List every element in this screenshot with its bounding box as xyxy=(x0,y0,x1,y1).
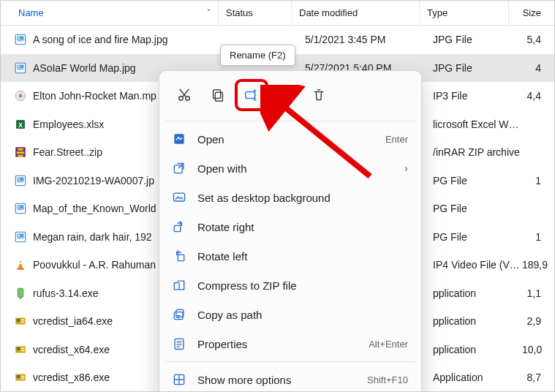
svg-rect-37 xyxy=(17,375,20,378)
svg-point-2 xyxy=(18,37,20,39)
file-icon xyxy=(14,174,27,187)
svg-rect-30 xyxy=(21,320,25,321)
ctx-open-with[interactable]: Open with› xyxy=(159,154,421,183)
file-name: Poovukkul - A.R. Rahuman xyxy=(33,259,156,271)
ctx-rotate-left[interactable]: Rotate left xyxy=(159,241,421,271)
file-icon xyxy=(14,89,27,102)
file-icon: X xyxy=(14,118,27,131)
ctx-open[interactable]: OpenEnter xyxy=(159,124,421,154)
ctx-label: Set as desktop background xyxy=(197,192,408,204)
file-size: 1,1 xyxy=(522,287,554,299)
svg-point-20 xyxy=(18,206,20,208)
ctx-properties[interactable]: PropertiesAlt+Enter xyxy=(159,329,421,358)
col-date[interactable]: Date modified xyxy=(292,1,420,25)
file-size: 2,9 xyxy=(522,315,554,327)
file-type: PG File xyxy=(433,203,522,214)
ctx-label: Copy as path xyxy=(197,309,408,321)
delete-button[interactable] xyxy=(304,81,333,109)
svg-rect-14 xyxy=(18,155,23,157)
copy-icon xyxy=(210,87,226,103)
file-type: JPG File xyxy=(433,34,522,45)
file-name: IMG-20210219-WA0007.jp xyxy=(33,175,154,186)
ctx-more-accel: Shift+F10 xyxy=(367,374,408,385)
file-type: PG File xyxy=(433,231,522,243)
file-icon xyxy=(14,371,27,384)
file-icon xyxy=(14,61,27,75)
file-size: 10,0 xyxy=(522,344,555,355)
col-type-label: Type xyxy=(427,7,448,18)
context-menu: OpenEnterOpen with›Set as desktop backgr… xyxy=(159,70,422,392)
col-size[interactable]: Size xyxy=(509,1,554,25)
col-type[interactable]: Type xyxy=(420,1,509,25)
file-name: rufus-3.14.exe xyxy=(33,287,99,299)
svg-rect-38 xyxy=(21,376,25,377)
ctx-set-bg[interactable]: Set as desktop background xyxy=(159,183,421,212)
svg-rect-48 xyxy=(174,225,180,231)
ctx-label: Open with xyxy=(197,162,394,175)
svg-point-8 xyxy=(20,96,21,97)
svg-rect-34 xyxy=(21,348,25,350)
context-divider-2 xyxy=(165,361,415,362)
ctx-rotate-right[interactable]: Rotate right xyxy=(159,212,421,241)
svg-rect-31 xyxy=(21,322,25,323)
file-icon xyxy=(14,258,27,271)
file-size: 4 xyxy=(522,62,554,74)
file-name: vcredist_ia64.exe xyxy=(33,315,113,327)
file-icon xyxy=(14,202,27,215)
file-icon xyxy=(14,146,27,159)
context-toolbar xyxy=(159,77,421,118)
svg-rect-39 xyxy=(21,378,25,380)
rename-icon xyxy=(243,87,260,103)
file-name: Elton John-Rocket Man.mp xyxy=(33,90,156,102)
ctx-label: Compress to ZIP file xyxy=(197,279,408,292)
share-icon xyxy=(277,87,293,103)
cut-button[interactable] xyxy=(170,81,199,109)
context-divider xyxy=(165,121,415,121)
svg-rect-42 xyxy=(215,92,222,101)
copypath-icon xyxy=(171,306,187,323)
tooltip-text: Rename (F2) xyxy=(230,50,286,61)
file-name: A song of ice and fire Map.jpg xyxy=(33,34,167,45)
file-size: 8,7 xyxy=(522,372,554,383)
ctx-show-more[interactable]: Show more options Shift+F10 xyxy=(159,365,421,392)
share-button[interactable] xyxy=(271,81,300,109)
file-name: vcredist_x64.exe xyxy=(33,344,110,355)
ctx-copy-path[interactable]: Copy as path xyxy=(159,300,421,329)
ctx-accel: Enter xyxy=(385,134,408,145)
file-icon xyxy=(14,314,27,328)
svg-rect-27 xyxy=(20,297,22,298)
file-size: 4,4 xyxy=(522,90,554,102)
svg-rect-26 xyxy=(18,288,23,297)
col-name[interactable]: Name ˅ xyxy=(1,1,219,25)
ctx-label: Rotate right xyxy=(197,221,408,233)
file-name: vcredist_x86.exe xyxy=(33,372,110,383)
copy-button[interactable] xyxy=(203,81,233,109)
file-size: 189,9 xyxy=(522,259,555,271)
col-status[interactable]: Status xyxy=(219,1,292,25)
file-name: Employees.xlsx xyxy=(33,118,104,130)
svg-rect-35 xyxy=(21,350,25,352)
file-icon xyxy=(14,33,27,46)
rename-button[interactable] xyxy=(237,81,266,109)
svg-rect-29 xyxy=(17,319,20,322)
col-date-label: Date modified xyxy=(299,7,358,18)
svg-text:X: X xyxy=(18,122,23,129)
file-type: /inRAR ZIP archive xyxy=(433,146,522,158)
file-name: Fear.Street..zip xyxy=(33,146,102,158)
cut-icon xyxy=(176,87,192,103)
svg-rect-44 xyxy=(246,91,255,98)
file-type: IP4 Video File (VL… xyxy=(433,259,522,271)
file-size: 1 xyxy=(522,231,554,243)
openwith-icon xyxy=(171,160,187,176)
col-size-label: Size xyxy=(523,7,541,18)
col-name-label: Name xyxy=(18,7,44,18)
sort-caret-icon: ˅ xyxy=(207,8,211,16)
svg-rect-12 xyxy=(18,148,23,151)
col-status-label: Status xyxy=(226,7,253,18)
rotr-icon xyxy=(171,219,187,235)
file-type: pplication xyxy=(433,315,522,327)
file-type: JPG File xyxy=(433,62,522,74)
svg-rect-45 xyxy=(174,134,184,143)
ctx-compress-zip[interactable]: Compress to ZIP file xyxy=(159,271,421,300)
svg-point-5 xyxy=(18,65,20,67)
